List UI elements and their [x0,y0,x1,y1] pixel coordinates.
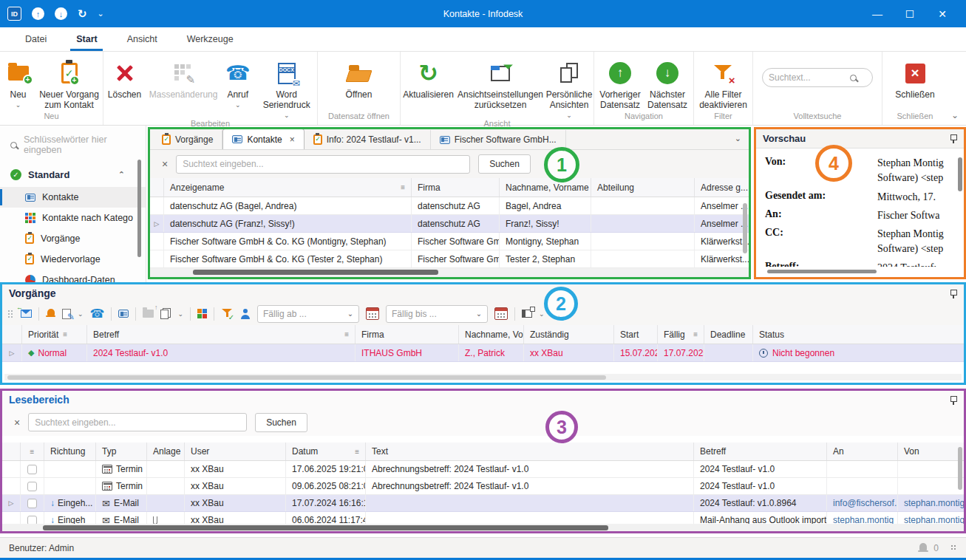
filter-check-icon[interactable] [221,308,234,320]
horizontal-scrollbar-thumb[interactable] [43,525,608,530]
tab-vorgaenge[interactable]: Vorgänge [153,130,222,149]
column-header-deadline[interactable]: Deadline [704,325,753,344]
layout-view-icon[interactable] [522,310,532,318]
column-header-user[interactable]: User [185,443,286,460]
volltextsuche-search-box[interactable] [762,68,873,87]
naechster-datensatz-button[interactable]: ↓ Nächster Datensatz [644,58,690,111]
table-row-selected[interactable]: ▷ ◆Normal 2024 Testlauf- v1.0 ITHAUS Gmb… [2,344,964,362]
aktualisieren-button[interactable]: ↻ Aktualisieren [401,58,456,100]
previous-record-quick-icon[interactable]: ↑ [32,7,44,20]
sidebar-search[interactable]: Schlüsselwörter hier eingeben [0,126,146,163]
column-header-typ[interactable]: Typ [96,443,147,460]
loeschen-button[interactable]: Löschen [103,58,146,100]
sidebar-scrollbar-thumb[interactable] [137,160,141,257]
column-header-text[interactable]: Text [366,443,694,460]
table-row[interactable]: Fischer Software GmbH & Co. KG (Montigny… [150,233,749,250]
reminder-bell-icon[interactable] [46,309,55,319]
horizontal-scrollbar[interactable] [2,524,964,531]
column-header-anlage[interactable]: Anlage [147,443,185,460]
edit-document-icon[interactable] [62,309,71,319]
row-checkbox[interactable] [27,499,37,508]
contact-card-icon[interactable] [118,310,129,318]
pin-icon[interactable] [949,395,957,405]
tab-werkzeuge[interactable]: Werkzeuge [172,27,248,51]
lesebereich-suchen-button[interactable]: Suchen [255,413,307,432]
tab-start[interactable]: Start [61,27,112,51]
column-header-start[interactable]: Start [614,325,658,344]
column-header-anzeigename[interactable]: Anzeigename≡ [164,178,412,197]
column-header-nachname[interactable]: Nachname, Vorname [459,325,524,344]
column-header-von[interactable]: Von [898,443,964,460]
ansichtseinstellungen-button[interactable]: Ansichtseinstellungen zurücksetzen [458,58,543,111]
row-expander-icon[interactable]: ▷ [2,344,22,361]
vertical-scrollbar-thumb[interactable] [743,203,747,253]
column-header-betreff[interactable]: Betreff≡ [87,325,356,344]
phone-icon[interactable]: ☎ [90,308,105,320]
column-header-zustaendig[interactable]: Zuständig [524,325,614,344]
column-header-betreff[interactable]: Betreff [694,443,827,460]
horizontal-scrollbar[interactable] [4,374,962,380]
column-header-status[interactable]: Status [753,325,964,344]
tab-list-chevron-icon[interactable]: ⌄ [735,134,741,143]
minimize-button[interactable]: — [861,0,894,27]
column-header-abteilung[interactable]: Abteilung [591,178,695,197]
faellig-ab-filter[interactable]: Fällig ab ... ⌄ [257,305,359,323]
resize-grip-icon[interactable] [951,545,957,551]
horizontal-scrollbar[interactable] [150,268,749,277]
row-checkbox[interactable] [27,482,37,491]
tab-kontakte[interactable]: Kontakte × [222,129,304,149]
anruf-button[interactable]: ☎ Anruf ⌄ [221,58,254,109]
faellig-bis-filter[interactable]: Fällig bis ... ⌄ [386,305,488,323]
tab-fischer-software[interactable]: Fischer Software GmbH... [431,130,566,149]
kontakte-suchen-button[interactable]: Suchen [478,154,531,174]
kontakte-search-input[interactable] [176,155,470,174]
vertical-scrollbar-thumb[interactable] [958,447,962,490]
tab-info-testlauf[interactable]: Info: 2024 Testlauf- v1... [305,130,431,149]
table-row-selected[interactable]: ▷ datenschutz AG (Franz!, Sissy!) datens… [150,215,749,233]
ribbon-collapse-chevron-icon[interactable]: ⌄ [951,110,959,120]
tab-datei[interactable]: Datei [10,27,61,51]
row-expander-icon[interactable]: ▷ [2,495,21,511]
column-header-prioritaet[interactable]: Priorität≡ [22,325,87,344]
column-header-faellig[interactable]: Fällig≡ [658,325,704,344]
maximize-button[interactable]: ☐ [894,0,926,27]
volltextsuche-input[interactable] [769,72,850,83]
neuer-vorgang-button[interactable]: ✓+ Neuer Vorgang zum Kontakt [37,58,102,111]
toolbar-grip-icon[interactable] [8,310,14,318]
column-header-firma[interactable]: Firma [356,325,459,344]
mail-import-icon[interactable] [21,310,32,318]
calendar-icon[interactable] [494,307,508,320]
category-grid-icon[interactable] [197,309,207,318]
notification-bell-icon[interactable] [918,543,928,553]
sidebar-item-vorgaenge[interactable]: Vorgänge [0,228,146,249]
table-row[interactable]: Fischer Software GmbH & Co. KG (Tester 2… [150,250,749,268]
column-header-datum[interactable]: Datum≡ [286,443,366,460]
chevron-down-icon[interactable]: ⌄ [78,310,84,318]
persoenliche-ansichten-button[interactable]: Persönliche Ansichten ⌄ [545,58,593,119]
next-record-quick-icon[interactable]: ↓ [55,7,67,20]
column-header-firma[interactable]: Firma [412,178,500,197]
row-expander-icon[interactable]: ▷ [150,215,164,232]
chevron-down-icon[interactable]: ⌄ [539,310,545,318]
lesebereich-search-input[interactable] [28,413,247,431]
sidebar-item-wiedervorlage[interactable]: Wiedervorlage [0,249,146,270]
alle-filter-button[interactable]: × Alle Filter deaktivieren [696,58,751,111]
table-row[interactable]: datenschutz AG (Bagel, Andrea) datenschu… [150,197,749,215]
horizontal-scrollbar[interactable] [758,268,962,275]
tab-ansicht[interactable]: Ansicht [112,27,172,51]
clear-search-icon[interactable]: × [14,417,20,428]
sidebar-item-kontakte-nach-kategorien[interactable]: Kontakte nach Katego [0,208,146,228]
schliessen-button[interactable]: × Schließen [891,58,939,100]
chevron-down-icon[interactable]: ⌄ [177,310,183,318]
horizontal-scrollbar-thumb[interactable] [7,375,606,380]
row-checkbox[interactable] [27,465,37,474]
person-icon[interactable] [240,309,251,319]
word-seriendruck-button[interactable]: DOCX Word Seriendruck ⌄ [256,58,317,119]
copy-icon[interactable] [160,308,171,319]
sidebar-item-kontakte[interactable]: Kontakte [0,187,146,208]
horizontal-scrollbar-thumb[interactable] [767,270,877,273]
clear-search-icon[interactable]: × [162,158,168,170]
sidebar-group-standard[interactable]: ✓ Standard ⌃ [0,163,146,187]
table-row[interactable]: Termin xx XBau 17.06.2025 19:21:00 Abrec… [2,461,964,478]
vorheriger-datensatz-button[interactable]: ↑ Vorheriger Datensatz [597,58,643,111]
